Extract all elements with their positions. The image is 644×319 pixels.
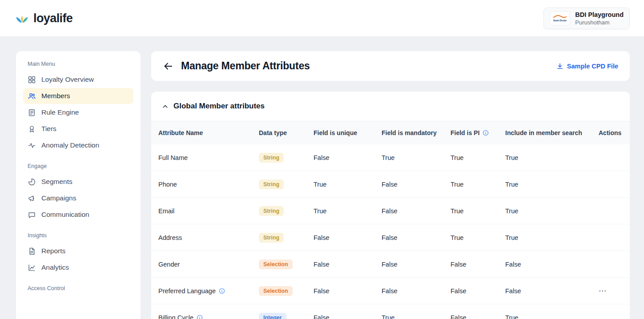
- attribute-name: Billing Cycle: [158, 314, 193, 319]
- field-pi-value: True: [443, 224, 498, 251]
- member-search-value: False: [498, 278, 592, 304]
- attribute-name: Address: [158, 234, 182, 241]
- info-icon[interactable]: [483, 130, 489, 136]
- sidebar-section-items: Segments Campaigns Communication: [23, 174, 133, 223]
- download-icon: [556, 63, 564, 70]
- sidebar-item-label: Segments: [41, 178, 72, 186]
- account-switcher[interactable]: Bank Dhofar BDI Playground Purushotham: [543, 8, 630, 29]
- column-header: Field is PI: [443, 121, 498, 144]
- grid-icon: [28, 76, 36, 84]
- main-panel: Manage Member Attributes Sample CPD File…: [151, 51, 630, 319]
- field-pi-value: True: [443, 198, 498, 224]
- account-meta: BDI Playground Purushotham: [575, 11, 624, 26]
- sidebar-item-analytics[interactable]: Analytics: [23, 259, 133, 275]
- info-icon[interactable]: [197, 315, 203, 319]
- member-search-value: False: [498, 251, 592, 278]
- field-unique-value: False: [306, 224, 374, 251]
- sidebar-section-label: Access Control: [28, 285, 129, 291]
- attribute-name: Email: [158, 207, 174, 215]
- data-type-badge: String: [259, 233, 284, 243]
- attribute-name: Phone: [158, 181, 177, 188]
- sidebar-item-segments[interactable]: Segments: [23, 174, 133, 190]
- account-name: BDI Playground: [575, 11, 624, 18]
- field-pi-value: False: [443, 278, 498, 304]
- table-row: Full Name String False True True True ⋯: [151, 144, 630, 171]
- field-pi-value: True: [443, 171, 498, 198]
- bank-logo-swoosh-icon: [553, 15, 567, 19]
- section-title: Global Member attributes: [173, 102, 265, 111]
- account-user: Purushotham: [575, 19, 624, 26]
- member-search-value: True: [498, 304, 592, 319]
- rule-engine-icon: [28, 109, 36, 116]
- field-unique-value: False: [306, 304, 374, 319]
- top-header: loyalife Bank Dhofar BDI Playground Puru…: [0, 0, 644, 37]
- member-search-value: True: [498, 171, 592, 198]
- sidebar-item-anomaly-detection[interactable]: Anomaly Detection: [23, 137, 133, 153]
- sample-cpd-file-link[interactable]: Sample CPD File: [556, 63, 618, 70]
- column-header-label: Field is mandatory: [382, 129, 437, 136]
- sidebar-section: Access Control: [23, 285, 133, 291]
- back-button[interactable]: [163, 61, 173, 72]
- sample-cpd-file-label: Sample CPD File: [567, 63, 618, 70]
- sidebar-item-label: Communication: [41, 211, 89, 219]
- column-header-label: Field is PI: [451, 129, 479, 136]
- sidebar-item-communication[interactable]: Communication: [23, 207, 133, 223]
- sidebar-item-members[interactable]: Members: [23, 88, 133, 104]
- members-icon: [28, 92, 36, 100]
- column-header: Field is mandatory: [374, 121, 443, 144]
- field-pi-value: False: [443, 251, 498, 278]
- column-header: Field is unique: [306, 121, 374, 144]
- sidebar-section-label: Main Menu: [28, 61, 129, 67]
- table-row: Preferred Language Selection False False…: [151, 278, 630, 304]
- table-row: Address String False False True True ⋯: [151, 224, 630, 251]
- campaigns-icon: [28, 195, 36, 202]
- sidebar-item-reports[interactable]: Reports: [23, 243, 133, 259]
- field-unique-value: False: [306, 144, 374, 171]
- sidebar-item-campaigns[interactable]: Campaigns: [23, 190, 133, 206]
- sidebar: Main Menu Loyalty Overview Members Rule …: [16, 51, 141, 319]
- data-type-badge: String: [259, 179, 284, 189]
- sidebar-item-label: Campaigns: [41, 194, 76, 202]
- field-mandatory-value: False: [374, 171, 443, 198]
- sidebar-section: Insights Reports Analytics: [23, 232, 133, 275]
- column-header: Actions: [592, 121, 630, 144]
- sidebar-item-label: Reports: [41, 247, 65, 255]
- attribute-name: Full Name: [158, 154, 188, 161]
- page-header-card: Manage Member Attributes Sample CPD File: [151, 51, 630, 81]
- field-mandatory-value: False: [374, 198, 443, 224]
- column-header-label: Attribute Name: [158, 129, 203, 136]
- column-header: Include in member search: [498, 121, 592, 144]
- app-root: loyalife Bank Dhofar BDI Playground Puru…: [0, 0, 644, 319]
- table-row: Billing Cycle Integer False True False T…: [151, 304, 630, 319]
- arrow-left-icon: [163, 61, 173, 72]
- info-icon[interactable]: [219, 288, 225, 294]
- sidebar-section-items: Reports Analytics: [23, 243, 133, 275]
- table-header-row: Attribute Name Data type Field is unique…: [151, 121, 630, 144]
- sidebar-item-label: Anomaly Detection: [41, 141, 99, 149]
- sidebar-item-tiers[interactable]: Tiers: [23, 121, 133, 137]
- analytics-icon: [28, 264, 36, 271]
- field-mandatory-value: False: [374, 224, 443, 251]
- column-header-label: Field is unique: [314, 129, 357, 136]
- attribute-name: Gender: [158, 261, 180, 268]
- sidebar-section-label: Insights: [28, 232, 129, 239]
- sidebar-item-label: Members: [41, 92, 70, 100]
- content-area: Main Menu Loyalty Overview Members Rule …: [0, 37, 644, 319]
- column-header-label: Actions: [599, 129, 621, 136]
- data-type-badge: String: [259, 153, 284, 163]
- sidebar-item-label: Loyalty Overview: [41, 76, 94, 84]
- column-header-label: Data type: [259, 129, 287, 136]
- data-type-badge: Integer: [259, 313, 286, 319]
- sidebar-item-label: Rule Engine: [41, 108, 79, 116]
- communication-icon: [28, 211, 36, 219]
- loyalife-logo[interactable]: loyalife: [14, 12, 72, 25]
- row-actions-button[interactable]: ⋯: [599, 287, 607, 295]
- sidebar-item-rule-engine[interactable]: Rule Engine: [23, 104, 133, 120]
- tiers-icon: [28, 125, 36, 133]
- field-mandatory-value: True: [374, 304, 443, 319]
- field-unique-value: True: [306, 171, 374, 198]
- attributes-table: Attribute Name Data type Field is unique…: [151, 121, 630, 319]
- global-attributes-header[interactable]: Global Member attributes: [151, 92, 630, 121]
- sidebar-item-loyalty-overview[interactable]: Loyalty Overview: [23, 72, 133, 88]
- data-type-badge: Selection: [259, 286, 293, 296]
